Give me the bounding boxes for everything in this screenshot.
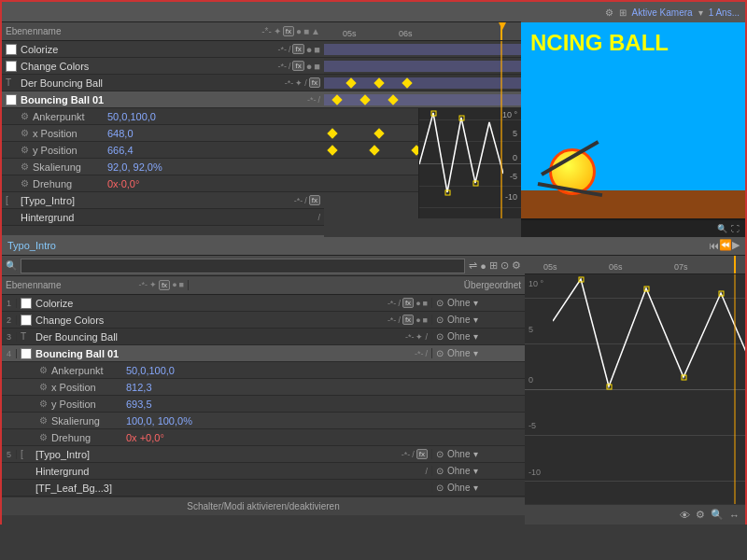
bi-slash-5: / <box>412 450 415 459</box>
blayer-check-colorize[interactable] <box>21 298 32 309</box>
blayer-chevron-5[interactable]: ▾ <box>473 449 478 459</box>
blayer-check-bb01[interactable] <box>21 348 32 359</box>
layer-row-changecolors-top[interactable]: Change Colors -*- / fx ● ■ <box>2 58 324 75</box>
layer-icons-typo-top: -*- / fx <box>294 195 320 205</box>
br-settings-icon[interactable]: ⚙ <box>696 509 705 521</box>
blayer-row-dbb[interactable]: 3 T Der Bouncing Ball -*- ✦ / ⊙ Ohne ▾ <box>2 329 525 345</box>
blayer-num-4: 4 <box>2 349 17 358</box>
blayer-link-icon-1: ⊙ <box>436 298 444 308</box>
bch-mid-col: Übergeordnet <box>189 280 525 290</box>
layer-icons-bb01-top: -*- / <box>307 95 320 105</box>
layer-row-typointro-top[interactable]: [ [Typo_Intro] -*- / fx <box>2 192 324 209</box>
search-tool-1[interactable]: ⇌ <box>469 259 477 272</box>
col-icon-star: ✦ <box>274 26 281 36</box>
bprop-value-scale: 100,0, 100,0% <box>126 415 428 427</box>
blayer-main-bb01: Bouncing Ball 01 -*- / <box>17 348 431 359</box>
slash-icon-cc: / <box>289 62 291 71</box>
ruler-mark-06s-top: 06s <box>399 29 413 38</box>
search-tool-4[interactable]: ⊙ <box>500 259 509 272</box>
layer-icons-cc-top: -*- / fx ● ■ <box>277 61 320 72</box>
prop-row-scale-top: ⚙ Skalierung 92,0, 92,0% <box>2 159 324 175</box>
br-playback-1[interactable]: ⏮ <box>709 240 719 251</box>
bprop-value-xpos: 812,3 <box>126 382 428 393</box>
preview-grid-icon[interactable]: ⊞ <box>619 7 627 18</box>
blayer-num-3: 3 <box>2 332 17 342</box>
search-tool-5[interactable]: ⚙ <box>512 259 521 272</box>
blayer-num-1: 1 <box>2 299 17 308</box>
blayer-chevron-3[interactable]: ▾ <box>473 331 478 342</box>
search-tool-2[interactable]: ● <box>480 260 486 272</box>
preview-camera-label[interactable]: Aktive Kamera <box>632 7 693 18</box>
brg-label-0: 0 <box>529 375 533 385</box>
fx-badge-bb: fx <box>309 77 320 88</box>
bprop-row-anchor: ⚙ Ankerpunkt 50,0,100,0 <box>2 362 525 379</box>
blayer-chevron-1[interactable]: ▾ <box>473 298 478 308</box>
layer-check-colorize-top[interactable] <box>6 44 17 55</box>
br-zoom-in-icon[interactable]: 🔍 <box>711 509 724 521</box>
bch-icon-1: -*- <box>138 280 148 290</box>
prop-row-rotation-top: ⚙ Drehung 0x·0,0° <box>2 175 324 192</box>
circle-icon-cc: ● <box>306 61 313 72</box>
br-eye-icon[interactable]: 👁 <box>680 510 690 521</box>
bi-r-1: ■ <box>423 299 428 308</box>
kf-ypos-1 <box>327 145 337 155</box>
tl-row-rotation <box>324 175 418 192</box>
blayer-main-hintergrund: Hintergrund / <box>17 466 431 477</box>
layer-row-bb01-top[interactable]: Bouncing Ball 01 -*- / <box>2 91 324 108</box>
prop-row-ypos-top: ⚙ y Position 666,4 <box>2 142 324 159</box>
br-arrow-icon[interactable]: ↔ <box>729 510 740 521</box>
bi-fx-1: fx <box>402 298 414 308</box>
search-input[interactable] <box>21 259 465 273</box>
slash-icon-bb01: / <box>317 95 320 105</box>
blayer-row-leaf[interactable]: [TF_Leaf_Bg...3] ⊙ Ohne ▾ <box>2 480 525 497</box>
blayer-row-changecolors[interactable]: 2 Change Colors -*- / fx ● ■ ⊙ Ohne ▾ <box>2 312 525 329</box>
blayer-chevron-leaf[interactable]: ▾ <box>473 483 478 493</box>
circle-icon: ● <box>306 44 313 55</box>
tl-row-2 <box>324 75 521 91</box>
blayer-row-colorize[interactable]: 1 Colorize -*- / fx ● ■ ⊙ Ohne ▾ <box>2 295 525 312</box>
bprop-label-anchor: Ankerpunkt <box>51 365 126 376</box>
br-playback-2[interactable]: ⏪ <box>719 239 732 251</box>
preview-view-label[interactable]: 1 Ans... <box>709 7 740 18</box>
br-graph-area: 10 ° 5 0 -5 -10 <box>525 274 745 504</box>
br-playback-3[interactable]: ▶ <box>732 239 740 251</box>
blayer-row-hintergrund[interactable]: Hintergrund / ⊙ Ohne ▾ <box>2 463 525 480</box>
search-tool-3[interactable]: ⊞ <box>489 259 498 272</box>
bracket-icon-top: [ <box>6 195 21 205</box>
tl-row-scale <box>324 159 418 175</box>
bxpos-icon: ⚙ <box>39 382 48 392</box>
bi-slash-1: / <box>398 299 401 308</box>
blayer-chevron-2[interactable]: ▾ <box>473 315 478 325</box>
bprop-main-rotation: ⚙ Drehung 0x +0,0° <box>17 432 431 443</box>
blayer-extra-dbb: ⊙ Ohne ▾ <box>431 331 525 342</box>
layer-label-colorize-top: Colorize <box>21 44 277 55</box>
layer-check-bb01-top[interactable] <box>6 94 17 105</box>
preview-zoom-icon[interactable]: 🔍 <box>717 224 727 233</box>
layer-row-bouncingball-top[interactable]: T Der Bouncing Ball -*- ✦ / fx <box>2 75 324 91</box>
bi-dash-5: -*- <box>402 450 411 459</box>
bottom-panel: Typo_Intro 🔍 ⇌ ● ⊞ ⊙ ⚙ Ebenenname -*- ✦ … <box>0 235 747 525</box>
prop-label-xpos-top: x Position <box>33 128 107 139</box>
rotation-icon: ⚙ <box>21 178 29 189</box>
blayer-check-cc[interactable] <box>21 315 32 326</box>
blayer-parent-4: Ohne <box>447 348 470 358</box>
top-timeline-header <box>324 2 521 22</box>
playhead-line-top <box>500 41 502 218</box>
blayer-row-typointro[interactable]: 5 [ [Typo_Intro] -*- / fx ⊙ Ohne ▾ <box>2 446 525 463</box>
prop-value-xpos-top: 648,0 <box>107 128 320 139</box>
preview-settings-icon[interactable]: ⚙ <box>605 7 613 18</box>
blayer-chevron-4[interactable]: ▾ <box>473 348 478 358</box>
bprop-row-xpos: ⚙ x Position 812,3 <box>2 379 525 396</box>
blayer-chevron-h[interactable]: ▾ <box>473 466 478 476</box>
layer-row-hintergrund-top[interactable]: Hintergrund / <box>2 209 324 226</box>
preview-fullscreen-icon[interactable]: ⛶ <box>731 224 740 233</box>
blayer-bracket-5: [ <box>21 449 35 459</box>
blayer-extra-bb01: ⊙ Ohne ▾ <box>431 348 525 358</box>
fx-badge-typo: fx <box>309 195 320 205</box>
preview-camera-chevron[interactable]: ▾ <box>698 7 703 18</box>
blayer-link-icon-3: ⊙ <box>436 331 444 342</box>
layer-check-changecolors-top[interactable] <box>6 61 17 72</box>
col-icon-circle: ● <box>296 26 302 36</box>
layer-row-colorize-top[interactable]: Colorize -*- / fx ● ■ <box>2 41 324 58</box>
blayer-row-bb01[interactable]: 4 Bouncing Ball 01 -*- / ⊙ Ohne ▾ <box>2 345 525 362</box>
